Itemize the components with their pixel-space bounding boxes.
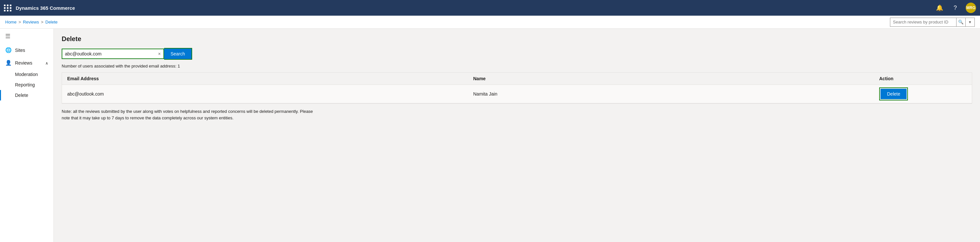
delete-button[interactable]: Delete [880,89,907,99]
product-search-button[interactable]: 🔍 [956,18,965,26]
sidebar-item-reporting[interactable]: Reporting [0,80,54,90]
chevron-up-icon [45,61,48,65]
sidebar-item-reviews[interactable]: 👤 Reviews [0,56,54,69]
top-navbar: Dynamics 365 Commerce 🔔 ? MRG [0,0,980,16]
email-clear-button[interactable]: × [155,51,163,56]
reviews-icon: 👤 [5,60,12,66]
breadcrumb-sep-2: > [41,19,43,24]
top-nav-right: 🔔 ? MRG [934,3,976,13]
email-search-container: × [62,49,164,59]
user-count-text: Number of users associated with the prov… [62,64,972,68]
delete-label: Delete [15,92,28,98]
main-layout: ☰ 🌐 Sites 👤 Reviews Moderation Reporting… [0,29,980,242]
breadcrumb-sep-1: > [19,19,21,24]
cell-name: Namita Jain [468,85,874,103]
sidebar-item-delete[interactable]: Delete [0,90,54,100]
sidebar-reviews-label: Reviews [15,61,32,65]
table-header: Email Address Name Action [62,73,972,85]
app-title: Dynamics 365 Commerce [16,5,75,11]
email-search-input[interactable] [62,49,155,58]
breadcrumb-home[interactable]: Home [5,19,17,24]
sidebar-item-moderation[interactable]: Moderation [0,69,54,80]
col-header-action: Action [874,73,972,84]
cell-email: abc@outlook.com [62,85,468,103]
col-header-name: Name [468,73,874,84]
moderation-label: Moderation [15,72,38,77]
top-nav-left: Dynamics 365 Commerce [4,5,75,11]
delete-button-wrapper: Delete [879,88,908,100]
sidebar-toggle[interactable]: ☰ [0,29,54,44]
note-text: Note: all the reviews submitted by the u… [62,108,316,121]
product-search-input[interactable] [890,19,956,24]
reporting-label: Reporting [15,82,35,88]
product-search-dropdown[interactable]: ▾ [965,18,974,26]
page-title: Delete [62,35,972,43]
sidebar: ☰ 🌐 Sites 👤 Reviews Moderation Reporting… [0,29,54,242]
search-button[interactable]: Search [164,48,192,60]
results-table: Email Address Name Action abc@outlook.co… [62,72,972,104]
sidebar-sites-label: Sites [15,48,25,53]
breadcrumb-bar: Home > Reviews > Delete 🔍 ▾ [0,16,980,29]
breadcrumb-delete: Delete [45,19,58,24]
main-content: Delete × Search Number of users associat… [54,29,980,242]
apps-launcher[interactable] [4,5,12,11]
col-header-email: Email Address [62,73,468,84]
email-search-row: × Search [62,48,192,60]
table-row: abc@outlook.com Namita Jain Delete [62,85,972,103]
user-avatar[interactable]: MRG [966,3,976,13]
product-search-container: 🔍 ▾ [890,18,975,27]
help-button[interactable]: ? [950,3,961,13]
globe-icon: 🌐 [5,47,12,53]
breadcrumb-reviews[interactable]: Reviews [23,19,39,24]
breadcrumb: Home > Reviews > Delete [5,19,58,24]
cell-action: Delete [874,85,972,103]
notifications-button[interactable]: 🔔 [934,3,945,13]
sidebar-item-sites[interactable]: 🌐 Sites [0,44,54,56]
